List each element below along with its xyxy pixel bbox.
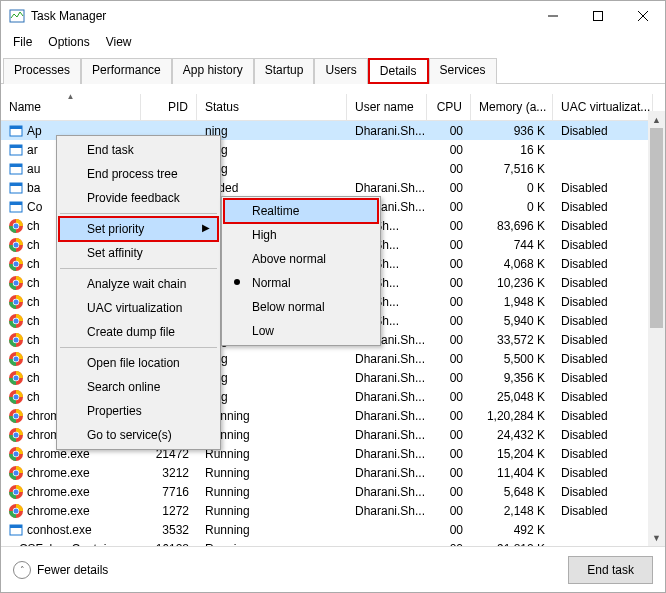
- table-row[interactable]: chrome.exe1272RunningDharani.Sh...002,14…: [1, 501, 665, 520]
- cell-mem: 16 K: [471, 143, 553, 157]
- menu-item-search-online[interactable]: Search online: [59, 375, 218, 399]
- table-row[interactable]: conhost.exe3532Running00492 K: [1, 520, 665, 539]
- scroll-down-icon[interactable]: ▼: [648, 529, 665, 546]
- cell-cpu: 00: [427, 143, 471, 157]
- svg-point-24: [14, 242, 19, 247]
- menu-item-go-to-service-s-[interactable]: Go to service(s): [59, 423, 218, 447]
- col-mem[interactable]: Memory (a...: [471, 94, 553, 120]
- cell-user: Dharani.Sh...: [347, 409, 427, 423]
- menu-file[interactable]: File: [5, 33, 40, 51]
- table-row[interactable]: chrome.exe3212RunningDharani.Sh...0011,4…: [1, 463, 665, 482]
- cell-mem: 0 K: [471, 200, 553, 214]
- cell-uac: Disabled: [553, 314, 653, 328]
- cell-cpu: 00: [427, 181, 471, 195]
- col-user[interactable]: User name: [347, 94, 427, 120]
- svg-rect-6: [10, 126, 22, 129]
- cell-pid: 7716: [141, 485, 197, 499]
- cell-mem: 24,432 K: [471, 428, 553, 442]
- menu-item-normal[interactable]: Normal: [224, 271, 378, 295]
- close-button[interactable]: [620, 1, 665, 31]
- menu-item-high[interactable]: High: [224, 223, 378, 247]
- end-task-button[interactable]: End task: [568, 556, 653, 584]
- col-uac[interactable]: UAC virtualizat...: [553, 94, 653, 120]
- col-cpu[interactable]: CPU: [427, 94, 471, 120]
- sort-asc-icon: ▲: [67, 94, 75, 101]
- cell-uac: Disabled: [553, 485, 653, 499]
- cell-mem: 15,204 K: [471, 447, 553, 461]
- cell-uac: Disabled: [553, 390, 653, 404]
- menu-item-create-dump-file[interactable]: Create dump file: [59, 320, 218, 344]
- col-name-label: Name: [9, 100, 41, 114]
- cell-mem: 4,068 K: [471, 257, 553, 271]
- menu-options[interactable]: Options: [40, 33, 97, 51]
- menu-item-below-normal[interactable]: Below normal: [224, 295, 378, 319]
- svg-point-39: [14, 299, 19, 304]
- tab-processes[interactable]: Processes: [3, 58, 81, 84]
- separator: [60, 213, 217, 214]
- maximize-button[interactable]: [575, 1, 620, 31]
- cell-mem: 5,500 K: [471, 352, 553, 366]
- svg-rect-8: [10, 145, 22, 148]
- tab-users[interactable]: Users: [314, 58, 367, 84]
- scroll-thumb[interactable]: [650, 128, 663, 328]
- cell-uac: Disabled: [553, 276, 653, 290]
- cell-uac: Disabled: [553, 257, 653, 271]
- cell-cpu: 00: [427, 352, 471, 366]
- cell-cpu: 00: [427, 238, 471, 252]
- fewer-details-button[interactable]: ˄ Fewer details: [13, 561, 108, 579]
- col-pid[interactable]: PID: [141, 94, 197, 120]
- cell-pid: 3532: [141, 523, 197, 537]
- tab-services[interactable]: Services: [429, 58, 497, 84]
- cell-uac: Disabled: [553, 409, 653, 423]
- cell-cpu: 00: [427, 523, 471, 537]
- cell-cpu: 00: [427, 257, 471, 271]
- cell-mem: 936 K: [471, 124, 553, 138]
- cell-cpu: 00: [427, 390, 471, 404]
- menu-item-end-process-tree[interactable]: End process tree: [59, 162, 218, 186]
- menu-item-analyze-wait-chain[interactable]: Analyze wait chain: [59, 272, 218, 296]
- cell-mem: 5,648 K: [471, 485, 553, 499]
- tab-details[interactable]: Details: [368, 58, 429, 84]
- cell-cpu: 00: [427, 466, 471, 480]
- svg-point-29: [14, 261, 19, 266]
- menu-view[interactable]: View: [98, 33, 140, 51]
- cell-uac: Disabled: [553, 428, 653, 442]
- menu-item-uac-virtualization[interactable]: UAC virtualization: [59, 296, 218, 320]
- cell-user: Dharani.Sh...: [347, 466, 427, 480]
- minimize-button[interactable]: [530, 1, 575, 31]
- cell-mem: 9,356 K: [471, 371, 553, 385]
- menu-item-set-affinity[interactable]: Set affinity: [59, 241, 218, 265]
- tab-startup[interactable]: Startup: [254, 58, 315, 84]
- cell-cpu: 00: [427, 428, 471, 442]
- menu-item-above-normal[interactable]: Above normal: [224, 247, 378, 271]
- vertical-scrollbar[interactable]: ▲ ▼: [648, 111, 665, 546]
- cell-mem: 2,148 K: [471, 504, 553, 518]
- svg-point-64: [14, 394, 19, 399]
- svg-point-84: [14, 470, 19, 475]
- table-row[interactable]: chrome.exe7716RunningDharani.Sh...005,64…: [1, 482, 665, 501]
- cell-uac: Disabled: [553, 371, 653, 385]
- tab-performance[interactable]: Performance: [81, 58, 172, 84]
- menu-item-provide-feedback[interactable]: Provide feedback: [59, 186, 218, 210]
- cell-cpu: 00: [427, 504, 471, 518]
- menu-item-open-file-location[interactable]: Open file location: [59, 351, 218, 375]
- scroll-up-icon[interactable]: ▲: [648, 111, 665, 128]
- cell-user: Dharani.Sh...: [347, 352, 427, 366]
- menu-item-set-priority[interactable]: Set priority▶: [59, 217, 218, 241]
- svg-point-79: [14, 451, 19, 456]
- cell-uac: Disabled: [553, 200, 653, 214]
- menu-item-low[interactable]: Low: [224, 319, 378, 343]
- cell-mem: 25,048 K: [471, 390, 553, 404]
- cell-cpu: 00: [427, 162, 471, 176]
- menu-item-end-task[interactable]: End task: [59, 138, 218, 162]
- cell-cpu: 00: [427, 200, 471, 214]
- cell-uac: Disabled: [553, 333, 653, 347]
- chevron-right-icon: ▶: [202, 222, 210, 233]
- column-headers: ▲Name PID Status User name CPU Memory (a…: [1, 94, 665, 121]
- menu-item-realtime[interactable]: Realtime: [224, 199, 378, 223]
- tab-app-history[interactable]: App history: [172, 58, 254, 84]
- menu-item-properties[interactable]: Properties: [59, 399, 218, 423]
- col-status[interactable]: Status: [197, 94, 347, 120]
- col-name[interactable]: ▲Name: [1, 94, 141, 120]
- cell-pid: 3212: [141, 466, 197, 480]
